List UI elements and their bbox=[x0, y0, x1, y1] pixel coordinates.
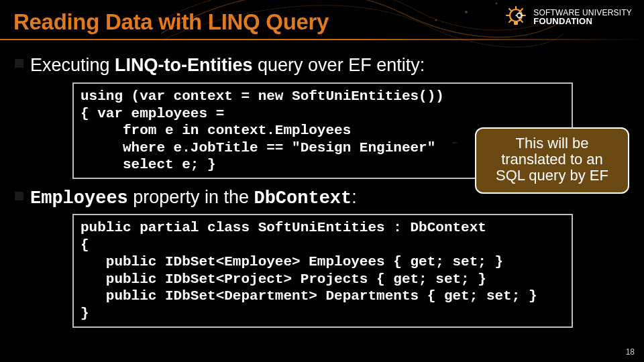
bullet-code-bold: DbContext bbox=[254, 188, 352, 208]
code-line: public IDbSet<Project> Projects { get; s… bbox=[80, 271, 565, 288]
code-line: public IDbSet<Employee> Employees { get;… bbox=[80, 253, 565, 271]
bullet-code-bold: Employees bbox=[30, 188, 128, 208]
slide-title: Reading Data with LINQ Query bbox=[13, 9, 329, 35]
title-underline bbox=[0, 39, 644, 40]
bullet-text: Executing LINQ-to-Entities query over EF… bbox=[30, 55, 425, 76]
bullet-text-colon: : bbox=[352, 187, 357, 207]
callout-line: SQL query by EF bbox=[486, 168, 619, 184]
callout-line: This will be bbox=[486, 135, 619, 152]
lightbulb-gear-icon bbox=[504, 5, 528, 29]
brand-logo-text: SOFTWARE UNIVERSITY FOUNDATION bbox=[533, 9, 632, 26]
code-line: { bbox=[80, 237, 565, 254]
bullet-square-icon bbox=[15, 192, 23, 200]
code-line: public partial class SoftUniEntities : D… bbox=[80, 219, 565, 237]
bullet-text-bold: LINQ-to-Entities bbox=[115, 55, 252, 75]
bullet-text-pre: Executing bbox=[30, 55, 115, 75]
page-number: 18 bbox=[626, 347, 635, 357]
code-line: { var employees = bbox=[80, 105, 565, 123]
callout-line: translated to an bbox=[486, 152, 619, 168]
bullet-linq-to-entities: Executing LINQ-to-Entities query over EF… bbox=[15, 55, 644, 76]
svg-point-4 bbox=[517, 13, 521, 17]
svg-point-0 bbox=[465, 11, 468, 13]
code-line: public IDbSet<Department> Departments { … bbox=[80, 288, 565, 305]
callout-sql-translation: This will be translated to an SQL query … bbox=[475, 127, 629, 194]
brand-line2: FOUNDATION bbox=[533, 17, 632, 26]
svg-rect-5 bbox=[514, 21, 518, 25]
svg-point-2 bbox=[435, 19, 437, 21]
code-block-dbcontext: public partial class SoftUniEntities : D… bbox=[72, 214, 573, 328]
code-line: using (var context = new SoftUniEntities… bbox=[80, 88, 565, 105]
bullet-square-icon bbox=[15, 59, 23, 68]
brand-logo: SOFTWARE UNIVERSITY FOUNDATION bbox=[504, 5, 632, 29]
svg-point-1 bbox=[495, 2, 497, 4]
callout-leader-line bbox=[433, 142, 476, 143]
bullet-text-mid: property in the bbox=[128, 187, 254, 207]
bullet-text-post: query over EF entity: bbox=[253, 55, 425, 75]
bullet-text: Employees property in the DbContext: bbox=[30, 187, 357, 208]
code-line: } bbox=[80, 305, 565, 322]
